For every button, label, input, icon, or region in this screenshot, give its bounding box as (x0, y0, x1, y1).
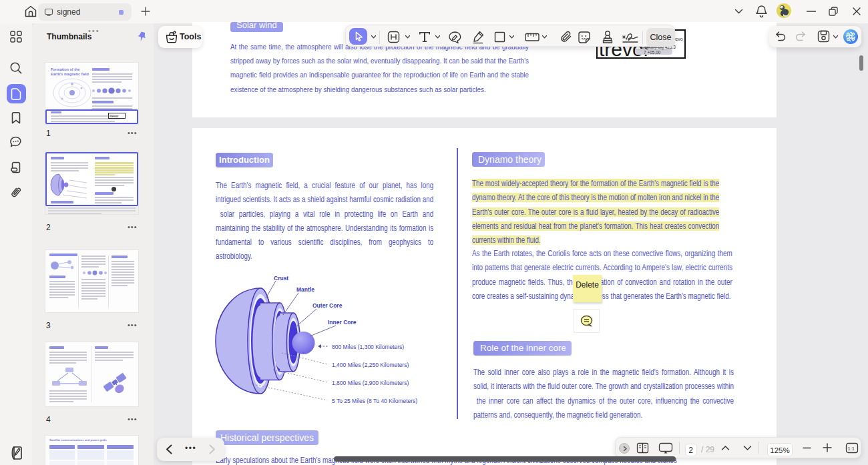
svg-text:5 To 25 Miles (8 To 40 Kilomet: 5 To 25 Miles (8 To 40 Kilometers) (332, 398, 417, 404)
svg-text:1,400 Miles (2,250 Kilometers): 1,400 Miles (2,250 Kilometers) (332, 362, 409, 368)
svg-text:Mantle: Mantle (296, 286, 314, 293)
svg-text:800 Miles (1,300 Kilometers): 800 Miles (1,300 Kilometers) (332, 344, 404, 350)
svg-text:1,800 Miles (2,900 Kilometers): 1,800 Miles (2,900 Kilometers) (332, 380, 409, 386)
svg-text:Inner Core: Inner Core (328, 319, 357, 326)
svg-text:1:1: 1:1 (848, 446, 855, 452)
svg-text:Outer Core: Outer Core (312, 302, 343, 309)
svg-text:Crust: Crust (274, 275, 288, 282)
